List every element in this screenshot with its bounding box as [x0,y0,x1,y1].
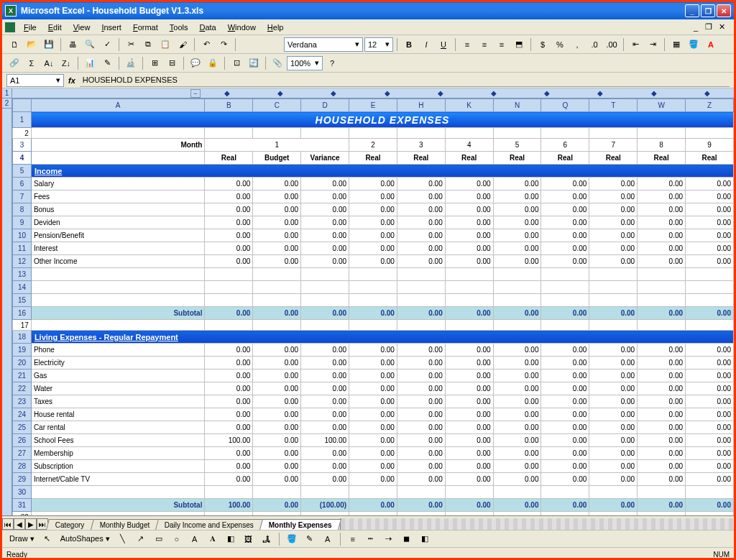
clipart-icon[interactable]: 🖼 [241,531,257,547]
font-color-icon[interactable]: A [703,37,719,52]
row-head[interactable]: 18 [13,331,32,344]
cell[interactable]: 0.00 [589,382,638,395]
cell[interactable]: 0.00 [205,191,253,203]
cell[interactable]: 0.00 [205,460,253,473]
cell[interactable]: Subtotal [31,307,205,320]
cell[interactable] [493,486,541,499]
cell[interactable]: 0.00 [397,357,445,369]
row-head[interactable]: 9 [13,216,32,229]
research-icon[interactable]: 🔬 [123,55,139,71]
cell[interactable]: Deviden [31,216,205,229]
cell[interactable]: 0.00 [397,473,445,486]
cell[interactable]: 0.00 [397,344,445,357]
row-head[interactable]: 14 [13,281,32,294]
cell[interactable]: 0.00 [638,203,686,216]
cell[interactable]: 0.00 [253,408,301,421]
select-icon[interactable]: ↖ [40,531,55,547]
cell[interactable] [493,281,541,294]
cell[interactable] [349,486,397,499]
header-cell[interactable]: K [445,99,493,112]
cell[interactable]: 0.00 [686,191,734,203]
cell[interactable]: 0.00 [638,460,686,473]
cell[interactable]: 0.00 [445,203,493,216]
cell[interactable]: Other Income [31,255,205,268]
cell[interactable]: 0.00 [445,307,493,320]
align-center-icon[interactable]: ≡ [477,37,492,52]
cell[interactable]: 0.00 [638,191,686,203]
row-head[interactable]: 23 [13,395,32,408]
cell[interactable] [397,294,445,307]
cell[interactable] [301,512,349,516]
cell[interactable] [493,320,541,331]
cell[interactable]: 0.00 [253,307,301,320]
cell[interactable]: 0.00 [686,434,734,447]
cell[interactable]: 0.00 [493,434,541,447]
maximize-button[interactable]: ❐ [701,4,715,17]
cell[interactable]: 0.00 [205,229,253,242]
cell[interactable]: 0.00 [589,344,638,357]
cell[interactable]: 3 [397,139,445,152]
cell[interactable]: Taxes [31,395,205,408]
cell[interactable]: 0.00 [301,255,349,268]
textbox-icon[interactable]: A [187,531,203,547]
cell[interactable]: 0.00 [686,369,734,382]
fill-icon[interactable]: 🪣 [284,531,300,547]
line-color-icon[interactable]: ✎ [302,531,318,547]
cell[interactable]: 0.00 [445,434,493,447]
borders-icon[interactable]: ▦ [668,37,684,52]
doc-restore-button[interactable]: ❐ [704,22,714,32]
cell[interactable] [349,268,397,281]
cell[interactable]: 0.00 [253,395,301,408]
cell[interactable]: Phone [31,344,205,357]
cell[interactable] [686,512,734,516]
cell[interactable] [541,512,589,516]
row-head[interactable]: 5 [13,165,32,178]
cell[interactable] [445,128,493,139]
cell[interactable]: 0.00 [445,191,493,203]
cell[interactable]: 0.00 [397,255,445,268]
cell[interactable] [589,512,638,516]
cell[interactable] [638,281,686,294]
cell[interactable]: 0.00 [589,242,638,255]
cell[interactable]: 0.00 [205,395,253,408]
cell[interactable]: 0.00 [686,307,734,320]
cell[interactable]: 0.00 [541,395,589,408]
cell[interactable]: 0.00 [349,344,397,357]
cell[interactable] [445,294,493,307]
cell[interactable]: 0.00 [301,307,349,320]
cell[interactable]: 0.00 [349,408,397,421]
cell[interactable]: 0.00 [301,178,349,191]
cell[interactable] [205,294,253,307]
cell[interactable] [31,486,205,499]
cell[interactable]: 0.00 [397,229,445,242]
cell[interactable]: 0.00 [301,447,349,460]
cell[interactable]: 8 [638,139,686,152]
cell[interactable] [349,294,397,307]
cell[interactable] [31,128,205,139]
cell[interactable]: 0.00 [638,421,686,434]
cell[interactable] [31,268,205,281]
cell[interactable]: Gas [31,369,205,382]
cell[interactable]: Real [541,152,589,165]
cell[interactable] [686,294,734,307]
cell[interactable]: 0.00 [397,242,445,255]
cell[interactable]: 0.00 [253,255,301,268]
cell[interactable] [686,128,734,139]
cell[interactable]: 0.00 [445,499,493,512]
percent-icon[interactable]: % [552,37,568,52]
tab-first-icon[interactable]: ⏮ [2,518,14,530]
cell[interactable]: Real [445,152,493,165]
cell[interactable]: 0.00 [638,447,686,460]
cell[interactable]: 0.00 [253,460,301,473]
cell[interactable]: 0.00 [301,460,349,473]
cell[interactable]: Real [589,152,638,165]
cell[interactable] [397,281,445,294]
cell[interactable] [205,320,253,331]
header-cell[interactable]: E [349,99,397,112]
cell[interactable]: 0.00 [205,421,253,434]
row-head[interactable]: 24 [13,408,32,421]
row-head[interactable]: 30 [13,486,32,499]
zoom-combo[interactable]: 100%▾ [287,56,323,70]
cell[interactable]: 0.00 [253,382,301,395]
cell[interactable] [205,128,253,139]
